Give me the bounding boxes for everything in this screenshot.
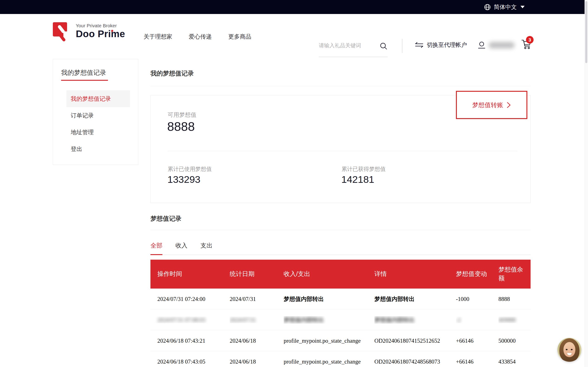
chevron-down-icon xyxy=(520,6,525,8)
page-title: 我的梦想值记录 xyxy=(150,69,194,77)
tab-expense[interactable]: 支出 xyxy=(200,240,212,255)
cell-operation-time: 2024/06/18 07:43:21 xyxy=(157,338,205,344)
cell-income-expense: 梦想值内部转出 xyxy=(284,296,324,302)
scrollbar-thumb[interactable] xyxy=(585,1,587,63)
earned-points-value: 142181 xyxy=(341,174,374,185)
cell-points-balance: 500000 xyxy=(498,338,516,344)
cell-points-change: +66146 xyxy=(456,359,474,365)
logo-tagline: Your Private Broker xyxy=(76,23,125,28)
cell-stat-date: 2024/06/18 xyxy=(230,359,256,365)
cell-detail: OD20240618074152512652 xyxy=(374,338,440,344)
chat-widget-avatar[interactable] xyxy=(557,338,581,362)
col-header-operation-time: 操作时间 xyxy=(150,270,230,278)
sidebar-menu: 我的梦想值记录 订单记录 地址管理 登出 xyxy=(53,90,138,157)
cart-badge: 3 xyxy=(526,36,534,44)
col-header-stat-date: 统计日期 xyxy=(230,270,284,278)
sidebar-item-label: 登出 xyxy=(71,145,82,153)
cell-stat-date: 2024/07/31 xyxy=(230,296,256,302)
chevron-right-icon xyxy=(506,102,511,108)
col-header-income-expense: 收入/支出 xyxy=(284,270,374,278)
table-row: 2024/07/31 07:08:03 2024/07/31 梦想值内部转出 梦… xyxy=(150,309,531,330)
sidebar: 我的梦想值记录 我的梦想值记录 订单记录 地址管理 登出 xyxy=(53,59,138,165)
sidebar-item-logout[interactable]: 登出 xyxy=(53,141,138,157)
main-nav: 关于理想家 爱心传递 更多商品 xyxy=(144,14,251,59)
brand-logo[interactable]: Your Private Broker Doo Prime xyxy=(53,22,125,42)
cell-points-balance: 433854 xyxy=(498,359,516,365)
cell-detail: 梦想值内部转出 xyxy=(374,296,415,302)
cell-income-expense: profile_mypoint.po_state_change xyxy=(284,338,361,344)
cell-stat-date: 2024/07/31 xyxy=(230,317,256,323)
nav-item-charity[interactable]: 爱心传递 xyxy=(189,33,212,40)
doo-prime-logo-icon xyxy=(53,22,71,42)
nav-item-about[interactable]: 关于理想家 xyxy=(144,33,172,40)
used-points-value: 133293 xyxy=(167,174,200,185)
switch-account-label: 切换至代理帐户 xyxy=(427,41,467,49)
sidebar-item-label: 我的梦想值记录 xyxy=(71,95,111,102)
points-summary-card: 可用梦想值 8888 梦想值转账 累计已使用梦想值 133293 累计已获得梦想… xyxy=(150,95,531,203)
sidebar-item-my-dream-points[interactable]: 我的梦想值记录 xyxy=(53,90,138,107)
search-input[interactable] xyxy=(319,39,377,52)
divider xyxy=(150,86,531,86)
scrollbar-track[interactable] xyxy=(585,0,588,367)
cell-points-change: -1000 xyxy=(456,296,469,302)
logo-brand: Doo Prime xyxy=(76,28,125,40)
logo-i-dot xyxy=(111,30,113,32)
table-row: 2024/07/31 07:24:00 2024/07/31 梦想值内部转出 梦… xyxy=(150,289,531,309)
cell-points-balance: 8888 xyxy=(498,296,510,302)
sidebar-item-orders[interactable]: 订单记录 xyxy=(53,107,138,124)
divider xyxy=(150,230,531,230)
search-box xyxy=(319,39,388,57)
transfer-points-button[interactable]: 梦想值转账 xyxy=(456,91,527,119)
globe-icon xyxy=(484,3,491,11)
nav-item-more-products[interactable]: 更多商品 xyxy=(228,33,251,40)
cell-detail: OD20240618074248568073 xyxy=(374,359,440,365)
cart-button[interactable]: 3 xyxy=(520,38,537,52)
cell-points-change: -2 xyxy=(456,317,461,323)
cell-income-expense: 梦想值内部转出 xyxy=(284,317,324,323)
cell-points-balance: 409888 xyxy=(498,317,516,323)
search-icon[interactable] xyxy=(380,42,388,50)
switch-account-button[interactable]: 切换至代理帐户 xyxy=(415,41,467,49)
tab-income[interactable]: 收入 xyxy=(175,240,187,255)
table-row: 2024/06/18 07:43:05 2024/06/18 profile_m… xyxy=(150,351,531,367)
site-header: Your Private Broker Doo Prime 关于理想家 爱心传递… xyxy=(0,14,588,59)
available-points-label: 可用梦想值 xyxy=(168,111,196,119)
user-icon xyxy=(478,41,485,49)
records-tabs: 全部 收入 支出 xyxy=(150,240,531,255)
sidebar-item-label: 地址管理 xyxy=(71,128,94,136)
cell-detail: 梦想值内部转出 xyxy=(374,317,415,323)
avatar-eye xyxy=(566,349,568,350)
tab-all[interactable]: 全部 xyxy=(150,240,162,255)
page: 简体中文 Your Private Broker Doo Prime 关于理想家… xyxy=(0,0,588,367)
cell-operation-time: 2024/07/31 07:24:00 xyxy=(157,296,205,302)
table-body: 2024/07/31 07:24:00 2024/07/31 梦想值内部转出 梦… xyxy=(150,289,531,367)
username-blurred xyxy=(489,42,515,48)
sidebar-title: 我的梦想值记录 xyxy=(61,68,106,77)
cell-income-expense: profile_mypoint.po_state_change xyxy=(284,359,361,365)
available-points-value: 8888 xyxy=(167,119,195,133)
table-row: 2024/06/18 07:43:21 2024/06/18 profile_m… xyxy=(150,330,531,351)
col-header-detail: 详情 xyxy=(374,270,456,278)
language-selector[interactable]: 简体中文 xyxy=(484,0,525,14)
top-bar: 简体中文 xyxy=(0,0,588,14)
avatar-eye xyxy=(571,349,573,350)
cell-operation-time: 2024/06/18 07:43:05 xyxy=(157,359,205,365)
col-header-points-balance: 梦想值余额 xyxy=(498,265,531,283)
transfer-points-label: 梦想值转账 xyxy=(472,101,503,109)
sidebar-item-addresses[interactable]: 地址管理 xyxy=(53,124,138,141)
card-divider xyxy=(168,151,517,151)
sidebar-item-label: 订单记录 xyxy=(71,112,94,119)
earned-points-label: 累计已获得梦想值 xyxy=(342,165,386,173)
language-label: 简体中文 xyxy=(494,3,517,11)
records-section-title: 梦想值记录 xyxy=(150,215,182,223)
table-header-row: 操作时间 统计日期 收入/支出 详情 梦想值变动 梦想值余额 xyxy=(150,260,531,289)
cell-points-change: +66146 xyxy=(456,338,474,344)
records-table: 操作时间 统计日期 收入/支出 详情 梦想值变动 梦想值余额 2024/07/3… xyxy=(150,260,531,367)
cell-stat-date: 2024/06/18 xyxy=(230,338,256,344)
cell-operation-time: 2024/07/31 07:08:03 xyxy=(157,317,205,323)
col-header-points-change: 梦想值变动 xyxy=(456,270,498,278)
account-button[interactable] xyxy=(478,41,515,49)
sidebar-title-underline xyxy=(61,80,108,81)
used-points-label: 累计已使用梦想值 xyxy=(168,165,212,173)
swap-arrows-icon xyxy=(415,42,424,48)
